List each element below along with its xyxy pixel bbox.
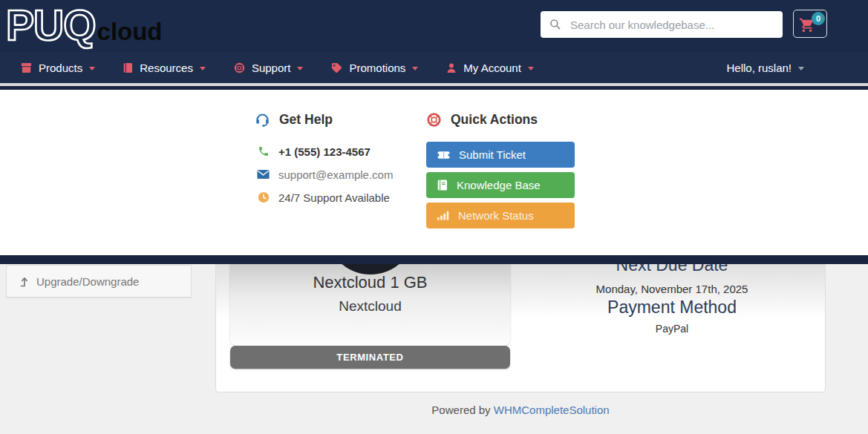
knowledge-base-label: Knowledge Base xyxy=(457,179,541,191)
chevron-down-icon xyxy=(412,67,418,70)
site-logo[interactable]: PUQ cloud xyxy=(6,0,163,52)
account-greeting-dropdown[interactable]: Hello, ruslan! xyxy=(726,52,804,83)
network-status-button[interactable]: Network Status xyxy=(426,203,575,228)
submit-ticket-button[interactable]: Submit Ticket xyxy=(426,142,575,168)
tags-icon xyxy=(331,62,342,73)
app-window: Upgrade/Downgrade Nextcloud 1 GB Nextclo… xyxy=(0,0,868,434)
phone-icon xyxy=(258,145,270,157)
life-ring-icon xyxy=(426,112,442,128)
nav-item-products[interactable]: Products xyxy=(21,62,95,74)
support-email: support@example.com xyxy=(278,168,393,181)
user-icon xyxy=(446,62,457,73)
cart-button[interactable]: 0 xyxy=(793,10,827,38)
chevron-down-icon xyxy=(528,67,534,70)
box-icon xyxy=(21,62,32,73)
headset-icon xyxy=(255,112,270,128)
get-help-section: Get Help xyxy=(255,112,333,128)
get-help-items: +1 (555) 123-4567 support@example.com 24… xyxy=(256,145,393,214)
payment-method-heading: Payment Method xyxy=(520,297,824,318)
life-ring-icon xyxy=(234,62,245,73)
book-icon xyxy=(437,180,448,191)
get-help-title: Get Help xyxy=(279,112,333,128)
billing-info: Next Due Date Monday, November 17th, 202… xyxy=(520,252,824,335)
logo-secondary-text: cloud xyxy=(97,18,163,46)
phone-row: +1 (555) 123-4567 xyxy=(256,145,393,158)
phone-number: +1 (555) 123-4567 xyxy=(278,145,371,158)
logo-primary-text: PUQ xyxy=(6,0,96,50)
status-badge: TERMINATED xyxy=(230,346,510,369)
product-name: Nextcloud 1 GB xyxy=(230,273,510,292)
search-icon xyxy=(549,19,561,30)
envelope-icon xyxy=(257,169,270,180)
main-navigation: Products Resources Support Promotions xyxy=(0,52,868,83)
nav-item-resources[interactable]: Resources xyxy=(123,62,206,74)
support-mega-menu: Get Help +1 (555) 123-4567 support@examp… xyxy=(0,90,868,255)
payment-method-value: PayPal xyxy=(520,323,824,335)
product-group: Nextcloud xyxy=(230,298,510,315)
sidebar-item-label: Upgrade/Downgrade xyxy=(36,275,139,288)
nav-item-promotions[interactable]: Promotions xyxy=(331,62,418,74)
availability-row: 24/7 Support Available xyxy=(256,191,393,204)
network-status-label: Network Status xyxy=(458,209,534,222)
site-header: PUQ cloud 0 xyxy=(0,0,868,52)
submit-ticket-label: Submit Ticket xyxy=(459,148,526,161)
search-input[interactable] xyxy=(570,19,774,31)
email-row: support@example.com xyxy=(256,168,393,181)
level-up-icon xyxy=(19,276,29,287)
sidebar-item-upgrade-downgrade[interactable]: Upgrade/Downgrade xyxy=(7,266,191,297)
quick-action-buttons: Submit Ticket Knowledge Base Network Sta… xyxy=(426,142,575,233)
whmcs-link[interactable]: WHMCompleteSolution xyxy=(494,404,610,416)
header-divider xyxy=(0,83,868,86)
powered-by-text: Powered by xyxy=(431,404,490,416)
chevron-down-icon xyxy=(89,67,95,70)
availability-text: 24/7 Support Available xyxy=(278,191,390,204)
chevron-down-icon xyxy=(200,67,206,70)
quick-actions-section: Quick Actions xyxy=(426,112,538,128)
ticket-icon xyxy=(437,150,450,160)
chevron-down-icon xyxy=(297,67,303,70)
cart-count-badge: 0 xyxy=(812,12,825,25)
greeting-text: Hello, ruslan! xyxy=(726,62,792,74)
quick-actions-title: Quick Actions xyxy=(451,112,538,128)
product-summary-card: Nextcloud 1 GB Nextcloud xyxy=(230,264,510,346)
signal-icon xyxy=(437,211,449,220)
knowledge-base-button[interactable]: Knowledge Base xyxy=(426,172,575,198)
clock-icon xyxy=(258,191,270,203)
nav-item-support[interactable]: Support xyxy=(234,62,304,74)
chevron-down-icon xyxy=(798,67,804,70)
book-icon xyxy=(123,62,133,73)
next-due-date-value: Monday, November 17th, 2025 xyxy=(520,283,824,295)
footer: Powered by WHMCompleteSolution xyxy=(215,404,826,416)
nav-item-my-account[interactable]: My Account xyxy=(446,62,534,74)
knowledgebase-search xyxy=(541,11,783,38)
sidebar-menu: Upgrade/Downgrade xyxy=(6,265,192,297)
